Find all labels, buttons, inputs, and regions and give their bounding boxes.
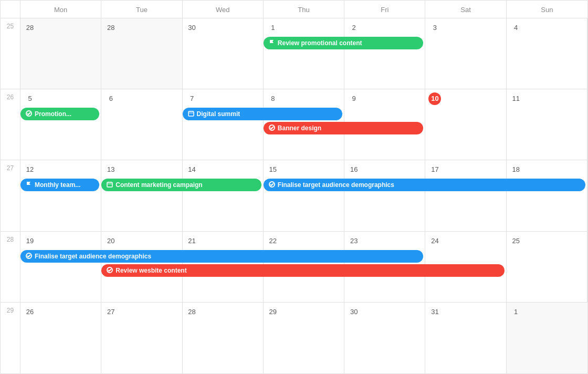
- event-0-0[interactable]: Review promotional content: [264, 37, 424, 49]
- event-icon-2-0: [26, 181, 32, 189]
- event-icon-3-0: [26, 253, 32, 260]
- event-label-3-1: Review wesbite content: [116, 267, 186, 274]
- event-label-1-1: Digital summit: [197, 110, 240, 118]
- week-num-29: 29: [1, 303, 20, 373]
- week-num-28: 28: [1, 232, 20, 302]
- event-icon-1-2: [269, 124, 275, 132]
- day-num-w3-d3: 22: [267, 235, 279, 247]
- day-num-w4-d4: 30: [348, 306, 360, 318]
- event-label-0-0: Review promotional content: [278, 39, 362, 47]
- day-cell-w4-d3: 29: [264, 303, 344, 373]
- day-num-w2-d3: 15: [267, 163, 279, 176]
- event-label-2-0: Monthly team...: [35, 181, 80, 189]
- day-num-w0-d1: 28: [104, 22, 117, 34]
- day-cell-w0-d3: 1: [264, 18, 344, 89]
- day-cell-w2-d5: 17: [425, 160, 506, 231]
- day-cell-w0-d5: 3: [425, 18, 506, 89]
- header-sat: Sat: [425, 1, 506, 18]
- day-num-w3-d6: 25: [510, 235, 522, 247]
- day-cell-w2-d1: 13: [101, 160, 182, 231]
- day-cell-w4-d1: 27: [101, 303, 182, 373]
- day-cell-w0-d1: 28: [101, 18, 182, 89]
- header-fri: Fri: [344, 1, 425, 18]
- day-num-w2-d1: 13: [104, 163, 117, 176]
- event-2-1[interactable]: Content marketing campaign: [101, 179, 261, 191]
- day-cell-w2-d3: 15: [264, 160, 344, 231]
- day-num-w2-d0: 12: [24, 163, 36, 176]
- day-num-w4-d5: 31: [428, 306, 441, 318]
- day-num-w2-d2: 14: [186, 163, 198, 176]
- event-1-2[interactable]: Banner design: [264, 122, 424, 134]
- header-tue: Tue: [101, 1, 182, 18]
- event-label-2-2: Finalise target audience demographics: [278, 181, 394, 189]
- day-num-w1-d4: 9: [348, 92, 360, 105]
- day-num-w2-d6: 18: [510, 163, 522, 176]
- day-cell-w1-d1: 6: [101, 89, 182, 160]
- day-num-w4-d0: 26: [24, 306, 36, 318]
- event-label-2-1: Content marketing campaign: [116, 181, 202, 189]
- week-num-25: 25: [1, 18, 20, 89]
- day-num-w1-d3: 8: [267, 92, 279, 105]
- event-icon-1-0: [26, 110, 32, 118]
- day-num-w0-d2: 30: [186, 22, 198, 34]
- day-num-w3-d2: 21: [186, 235, 198, 247]
- day-cell-w0-d4: 2: [344, 18, 425, 89]
- day-cell-w2-d6: 18: [507, 160, 587, 231]
- day-cell-w0-d0: 28: [20, 18, 101, 89]
- calendar: Mon Tue Wed Thu Fri Sat Sun 252828301234…: [0, 0, 588, 374]
- day-cell-w4-d2: 28: [183, 303, 264, 373]
- event-2-2[interactable]: Finalise target audience demographics: [264, 179, 585, 191]
- day-cell-w2-d0: 12: [20, 160, 101, 231]
- day-cell-w2-d2: 14: [183, 160, 264, 231]
- calendar-header: Mon Tue Wed Thu Fri Sat Sun: [1, 1, 587, 18]
- week-num-27: 27: [1, 160, 20, 231]
- svg-rect-1: [188, 111, 194, 116]
- day-num-w0-d0: 28: [24, 22, 36, 34]
- day-cell-w3-d6: 25: [507, 232, 587, 302]
- event-label-1-2: Banner design: [278, 124, 321, 132]
- day-num-w2-d4: 16: [348, 163, 360, 176]
- event-icon-2-2: [269, 181, 275, 189]
- day-cell-w1-d6: 11: [507, 89, 587, 160]
- day-cell-w1-d2: 7: [183, 89, 264, 160]
- day-num-w1-d2: 7: [186, 92, 198, 105]
- event-3-1[interactable]: Review wesbite content: [101, 264, 504, 277]
- header-wed: Wed: [183, 1, 264, 18]
- day-num-w3-d0: 19: [24, 235, 36, 247]
- day-cell-w0-d6: 4: [507, 18, 587, 89]
- day-cell-w1-d0: 5: [20, 89, 101, 160]
- day-num-w1-d0: 5: [24, 92, 36, 105]
- week-row-26: 26567891011Promotion...Digital summitBan…: [1, 89, 587, 160]
- event-1-1[interactable]: Digital summit: [183, 108, 343, 120]
- day-num-w0-d6: 4: [510, 22, 522, 34]
- header-sun: Sun: [507, 1, 587, 18]
- event-label-3-0: Finalise target audience demographics: [35, 253, 151, 260]
- header-thu: Thu: [264, 1, 344, 18]
- header-mon: Mon: [20, 1, 101, 18]
- day-num-w1-d6: 11: [510, 92, 522, 105]
- day-cell-w1-d5: 10: [425, 89, 506, 160]
- week-row-28: 2819202122232425Finalise target audience…: [1, 232, 587, 303]
- day-num-w0-d5: 3: [428, 22, 441, 34]
- week-row-29: 292627282930311: [1, 303, 587, 373]
- event-2-0[interactable]: Monthly team...: [20, 179, 99, 191]
- day-num-w1-d5: 10: [428, 92, 441, 105]
- event-1-0[interactable]: Promotion...: [20, 108, 99, 120]
- day-num-w4-d1: 27: [104, 306, 117, 318]
- day-num-w3-d4: 23: [348, 235, 360, 247]
- svg-rect-6: [107, 182, 112, 187]
- day-cell-w2-d4: 16: [344, 160, 425, 231]
- day-num-w4-d6: 1: [510, 306, 522, 318]
- event-icon-1-1: [188, 110, 194, 118]
- event-icon-3-1: [107, 267, 113, 274]
- day-num-w0-d3: 1: [267, 22, 279, 34]
- event-3-0[interactable]: Finalise target audience demographics: [20, 250, 423, 263]
- day-cell-w0-d2: 30: [183, 18, 264, 89]
- day-cell-w3-d0: 19: [20, 232, 101, 302]
- day-num-w1-d1: 6: [104, 92, 117, 105]
- day-num-w2-d5: 17: [428, 163, 441, 176]
- week-num-header-blank: [1, 1, 20, 18]
- day-cell-w4-d4: 30: [344, 303, 425, 373]
- event-icon-0-0: [269, 39, 275, 47]
- day-cell-w4-d6: 1: [507, 303, 587, 373]
